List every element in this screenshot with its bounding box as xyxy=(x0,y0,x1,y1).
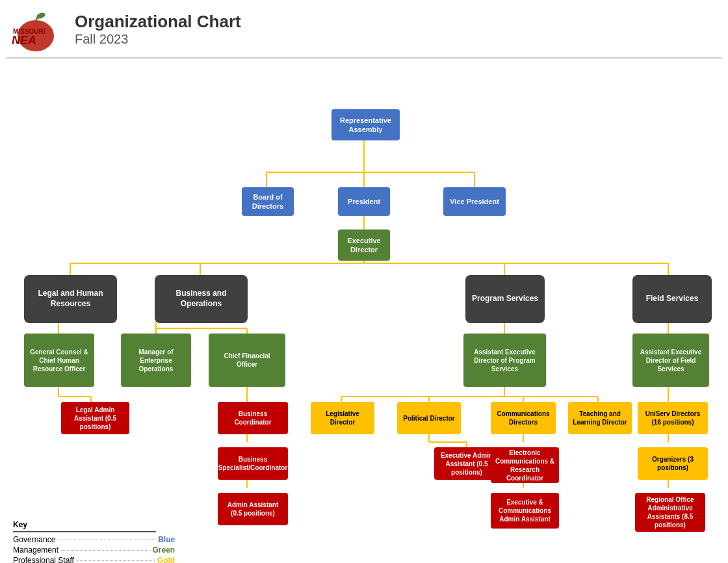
organizers-box: Organizers (3 positions) xyxy=(638,447,708,480)
key-governance-color: Blue xyxy=(158,535,175,544)
asst-ed-field-box: Assistant Executive Director of Field Se… xyxy=(632,334,709,387)
vice-president-box: Vice President xyxy=(443,187,506,216)
program-services-box: Program Services xyxy=(465,275,545,323)
mgr-enterprise-box: Manager of Enterprise Operations xyxy=(121,334,191,387)
key-governance: Governance Blue xyxy=(13,535,175,544)
org-chart: Representative Assembly Board of Directo… xyxy=(13,65,715,559)
president-box: President xyxy=(338,187,390,216)
biz-coordinator-box: Business Coordinator xyxy=(218,402,288,434)
key-professional: Professional Staff Gold xyxy=(13,556,175,563)
key-professional-color: Gold xyxy=(157,556,175,563)
header: MISSOURI NEA Organizational Chart Fall 2… xyxy=(6,7,722,59)
logo: MISSOURI NEA xyxy=(6,7,65,52)
exec-comms-admin-box: Executive & Communications Admin Assista… xyxy=(491,493,559,529)
business-ops-box: Business and Operations xyxy=(155,275,248,323)
political-dir-box: Political Director xyxy=(397,402,461,434)
field-services-box: Field Services xyxy=(632,275,712,323)
rep-assembly-box: Representative Assembly xyxy=(332,109,400,140)
page-subtitle: Fall 2023 xyxy=(75,32,241,47)
exec-director-box: Executive Director xyxy=(338,229,390,261)
electronic-comms-box: Electronic Communications & Research Coo… xyxy=(491,447,559,483)
regional-admin-box: Regional Office Administrative Assistant… xyxy=(635,493,705,532)
svg-text:NEA: NEA xyxy=(12,34,36,47)
cfo-box: Chief Financial Officer xyxy=(209,334,285,387)
page-title: Organizational Chart xyxy=(75,12,241,32)
legislative-dir-box: Legislative Director xyxy=(311,402,374,434)
header-text: Organizational Chart Fall 2023 xyxy=(75,12,241,47)
key-title: Key xyxy=(13,520,175,529)
key-governance-label: Governance xyxy=(13,535,55,544)
key-professional-label: Professional Staff xyxy=(13,556,74,563)
key-management-color: Green xyxy=(152,545,175,555)
teaching-learning-box: Teaching and Learning Director xyxy=(568,402,632,434)
biz-specialist-box: Business Specialist/Coordinator xyxy=(218,447,288,480)
comms-dirs-box: Communications Directors xyxy=(491,402,556,434)
gen-counsel-box: General Counsel & Chief Human Resource O… xyxy=(24,334,94,387)
asst-ed-program-box: Assistant Executive Director of Program … xyxy=(463,334,546,387)
uniserv-dirs-box: UniServ Directors (16 positions) xyxy=(638,402,708,434)
key-management-label: Management xyxy=(13,545,58,555)
legend: Key Governance Blue Management Green Pro… xyxy=(13,520,175,553)
key-management: Management Green xyxy=(13,545,175,555)
admin-assistant-box: Admin Assistant (0.5 positions) xyxy=(218,493,288,525)
legal-admin-box: Legal Admin Assistant (0.5 positions) xyxy=(61,402,129,434)
board-directors-box: Board of Directors xyxy=(242,187,294,216)
legal-hr-box: Legal and Human Resources xyxy=(24,275,117,323)
exec-admin-asst-box: Executive Admin Assistant (0.5 positions… xyxy=(434,447,499,480)
